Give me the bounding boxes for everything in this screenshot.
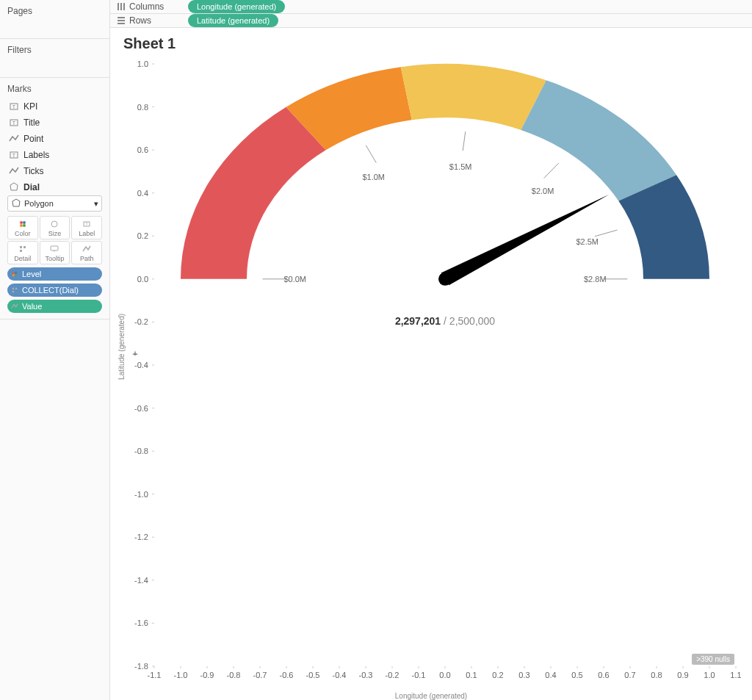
gauge-tick-label: $2.0M xyxy=(532,187,554,195)
svg-rect-29 xyxy=(118,23,125,24)
svg-point-7 xyxy=(23,221,26,224)
mark-type-select[interactable]: Polygon ▾ xyxy=(7,195,102,212)
svg-rect-22 xyxy=(15,288,17,290)
mark-item-dial[interactable]: Dial xyxy=(7,179,102,195)
rows-label: Rows xyxy=(129,15,151,26)
svg-point-19 xyxy=(12,274,15,276)
svg-text:-1.6: -1.6 xyxy=(134,618,148,627)
svg-text:-0.9: -0.9 xyxy=(200,671,214,679)
gauge-tick-label: $2.8M xyxy=(584,275,607,284)
svg-rect-25 xyxy=(120,3,122,10)
svg-text:T: T xyxy=(12,104,16,109)
svg-text:0.1: 0.1 xyxy=(466,671,477,679)
mark-item-ticks[interactable]: Ticks xyxy=(7,163,102,179)
svg-text:0.3: 0.3 xyxy=(518,671,529,679)
path-button[interactable]: Path xyxy=(71,241,102,264)
rows-icon xyxy=(116,15,126,26)
svg-text:T: T xyxy=(12,153,16,158)
mark-item-point[interactable]: Point xyxy=(7,131,102,147)
svg-text:0.4: 0.4 xyxy=(545,671,556,679)
tooltip-button[interactable]: Tooltip xyxy=(40,241,70,264)
svg-text:1.0: 1.0 xyxy=(137,59,148,68)
svg-text:-0.5: -0.5 xyxy=(306,671,320,679)
pill-collectdial[interactable]: COLLECT(Dial) xyxy=(7,284,102,297)
size-icon xyxy=(40,220,70,228)
main: Columns Longitude (generated) Rows Latit… xyxy=(110,0,752,700)
svg-point-6 xyxy=(20,221,23,224)
svg-text:T: T xyxy=(12,120,16,126)
color-icon xyxy=(8,220,37,228)
text-icon: T xyxy=(9,101,19,112)
x-axis-label: Longitude (generated) xyxy=(395,692,467,700)
svg-text:0.6: 0.6 xyxy=(598,671,609,679)
y-axis-label: Latitude (generated) xyxy=(118,314,126,380)
svg-text:-1.2: -1.2 xyxy=(134,533,148,541)
svg-text:1.1: 1.1 xyxy=(730,671,741,679)
pill-level[interactable]: Level xyxy=(7,267,102,281)
svg-text:0.7: 0.7 xyxy=(624,671,635,679)
label-icon: T xyxy=(72,220,101,228)
svg-text:0.2: 0.2 xyxy=(137,231,148,240)
svg-text:-1.0: -1.0 xyxy=(134,490,148,499)
columns-shelf[interactable]: Columns Longitude (generated) xyxy=(110,0,752,14)
svg-text:0.0: 0.0 xyxy=(137,275,148,284)
svg-rect-14 xyxy=(24,246,26,248)
mark-item-kpi[interactable]: TKPI xyxy=(7,98,102,115)
columns-icon xyxy=(116,1,126,12)
svg-text:0.9: 0.9 xyxy=(677,671,688,679)
svg-text:-0.6: -0.6 xyxy=(134,404,148,413)
columns-label: Columns xyxy=(129,1,164,12)
pill-value[interactable]: Value xyxy=(7,300,102,313)
size-button[interactable]: Size xyxy=(40,216,70,239)
path-icon xyxy=(72,245,101,253)
svg-text:-0.7: -0.7 xyxy=(253,671,267,679)
svg-point-18 xyxy=(15,272,17,274)
label-button[interactable]: TLabel xyxy=(71,216,102,239)
gauge-tick-label: $0.0M xyxy=(283,275,306,284)
sheet-title[interactable]: Sheet 1 xyxy=(123,35,743,52)
sidebar: Pages Filters Marks TKPITTitlePointTLabe… xyxy=(0,0,110,700)
svg-text:-0.2: -0.2 xyxy=(134,317,148,326)
polygon-icon xyxy=(11,198,21,209)
mark-item-title[interactable]: TTitle xyxy=(7,115,102,131)
svg-text:0.8: 0.8 xyxy=(651,671,662,679)
nulls-badge[interactable]: >390 nulls xyxy=(692,654,734,665)
svg-rect-13 xyxy=(20,246,22,248)
svg-text:-0.8: -0.8 xyxy=(134,447,148,455)
svg-text:-0.6: -0.6 xyxy=(280,671,294,679)
rows-pill[interactable]: Latitude (generated) xyxy=(188,14,278,27)
tooltip-icon xyxy=(40,245,70,253)
gauge-hub xyxy=(438,273,452,286)
mark-item-labels[interactable]: TLabels xyxy=(7,147,102,163)
gauge-segment xyxy=(181,107,326,279)
svg-text:-1.4: -1.4 xyxy=(134,576,148,585)
svg-rect-28 xyxy=(118,20,125,21)
svg-rect-24 xyxy=(118,3,119,10)
chart: 1.00.80.60.40.20.0-0.2-0.4-0.6-0.8-1.0-1… xyxy=(119,57,743,696)
svg-point-17 xyxy=(12,272,15,274)
svg-text:0.0: 0.0 xyxy=(439,671,450,679)
svg-line-109 xyxy=(544,163,559,178)
rows-shelf[interactable]: Rows Latitude (generated) xyxy=(110,14,752,28)
pages-title: Pages xyxy=(7,6,102,16)
line-icon xyxy=(9,134,19,144)
color-button[interactable]: Color xyxy=(7,216,38,239)
gauge-segment xyxy=(401,64,546,130)
svg-text:-0.4: -0.4 xyxy=(333,671,347,679)
svg-rect-16 xyxy=(51,246,58,250)
detail-button[interactable]: Detail xyxy=(7,241,38,264)
polygon-icon xyxy=(9,182,19,192)
svg-text:-1.8: -1.8 xyxy=(134,662,148,671)
svg-text:0.2: 0.2 xyxy=(492,671,503,679)
svg-text:0.4: 0.4 xyxy=(137,189,148,198)
svg-rect-26 xyxy=(123,3,125,10)
gauge-tick-label: $2.5M xyxy=(576,237,599,246)
svg-text:-0.2: -0.2 xyxy=(386,671,400,679)
svg-line-110 xyxy=(595,230,618,237)
columns-pill[interactable]: Longitude (generated) xyxy=(188,0,285,13)
svg-point-8 xyxy=(20,224,23,227)
line-icon xyxy=(9,166,19,176)
mark-type-label: Polygon xyxy=(24,199,54,208)
svg-text:0.6: 0.6 xyxy=(137,145,148,154)
svg-text:0.8: 0.8 xyxy=(137,103,148,112)
